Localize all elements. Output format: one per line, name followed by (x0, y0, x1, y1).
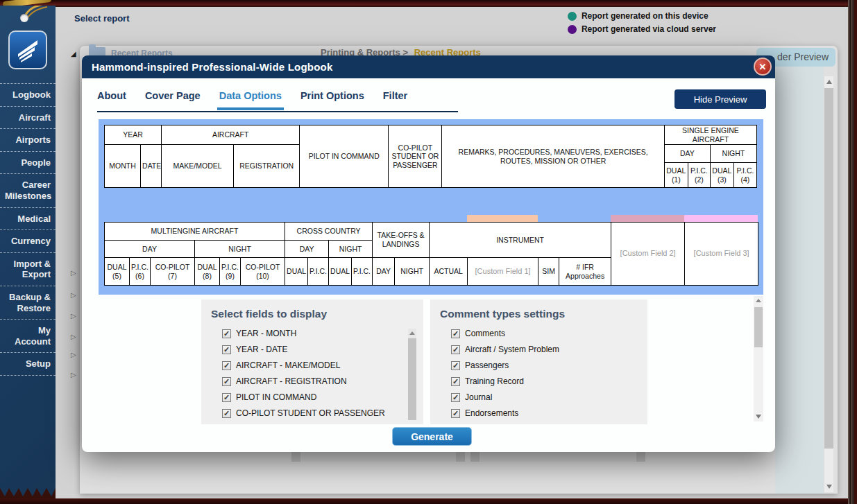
cell-multiengine: MULTIENGINE AIRCRAFT (105, 223, 285, 241)
cell-copilot: CO-PILOT STUDENT OR PASSENGER (389, 125, 442, 188)
hide-preview-button[interactable]: Hide Preview (674, 89, 766, 109)
page-scrollbar[interactable] (824, 76, 833, 492)
page-title: Select report (74, 13, 129, 24)
checkbox[interactable]: ✓ (451, 393, 460, 402)
cell-dual-5: DUAL (5) (105, 258, 130, 286)
book-page-edge (848, 0, 857, 504)
tree-expander-icon[interactable]: ▷ (71, 333, 76, 340)
cell-pic-9: P.I.C. (9) (220, 258, 241, 286)
tab-print-options[interactable]: Print Options (300, 90, 364, 110)
cell-pic-6: P.I.C. (6) (130, 258, 151, 286)
checkbox[interactable]: ✓ (222, 393, 231, 402)
comment-row-passengers: ✓ Passengers (451, 360, 647, 370)
fields-scrollbar-thumb[interactable] (408, 338, 416, 420)
bookmark-hole (20, 14, 28, 22)
cell-se-day: DAY (664, 145, 710, 163)
checkbox[interactable]: ✓ (451, 329, 460, 338)
fields-panel-scrollbar[interactable] (408, 329, 416, 420)
cell-cc-night: NIGHT (329, 241, 373, 258)
dialog-title: Hammond-inspired Professional-Wide Logbo… (92, 61, 332, 73)
checkbox[interactable]: ✓ (451, 377, 460, 386)
dialog-tabs: About Cover Page Data Options Print Opti… (97, 90, 407, 110)
app-logo[interactable] (8, 31, 47, 69)
report-legend: Report generated on this device Report g… (568, 11, 716, 37)
scroll-up-icon[interactable] (756, 299, 761, 302)
scroll-up-icon[interactable] (409, 331, 415, 335)
sidebar-item-people[interactable]: People (0, 152, 56, 175)
tab-about[interactable]: About (97, 90, 126, 110)
checkbox[interactable]: ✓ (222, 409, 231, 418)
side-preview-area (775, 67, 824, 494)
dialog-content-scrollbar[interactable] (754, 296, 763, 422)
comment-row-system-problem: ✓ Aircraft / System Problem (451, 345, 647, 354)
cell-year: YEAR (105, 125, 162, 145)
cell-pic-4: P.I.C. (4) (733, 163, 756, 188)
tab-data-options[interactable]: Data Options (219, 90, 282, 110)
sidebar-item-medical[interactable]: Medical (0, 208, 56, 231)
cell-custom-field-2: [Custom Field 2] (611, 223, 685, 286)
close-button[interactable]: ✕ (754, 58, 772, 76)
cell-registration: REGISTRATION (234, 145, 300, 188)
cell-single-engine: SINGLE ENGINE AIRCRAFT (664, 125, 756, 145)
device-dot-icon (568, 12, 577, 21)
panel-collapse-icon[interactable]: ◢ (71, 50, 76, 58)
checkbox[interactable]: ✓ (222, 329, 231, 338)
sidebar-item-logbook[interactable]: Logbook (0, 84, 56, 107)
cell-cc-night-pic: P.I.C. (352, 258, 373, 286)
field-row-copilot: ✓ CO-PILOT STUDENT OR PASSENGER (222, 408, 423, 418)
checkbox[interactable]: ✓ (222, 377, 231, 386)
report-settings-dialog: Hammond-inspired Professional-Wide Logbo… (82, 55, 775, 452)
cell-cross-country: CROSS COUNTRY (285, 223, 373, 241)
checkbox[interactable]: ✓ (222, 345, 231, 354)
sidebar-item-my-account[interactable]: My Account (0, 320, 56, 353)
cell-me-day: DAY (105, 241, 195, 258)
comment-row-endorsements: ✓ Endorsements (451, 408, 647, 418)
cell-copilot-7: CO-PILOT (7) (151, 258, 195, 286)
scroll-down-icon[interactable] (826, 485, 832, 489)
cell-actual: ACTUAL (430, 258, 468, 286)
sidebar-item-career-milestones[interactable]: Career Milestones (0, 174, 56, 207)
tree-expander-icon[interactable]: ▷ (71, 351, 76, 358)
tree-expander-icon[interactable]: ▷ (71, 312, 76, 320)
sidebar-item-aircraft[interactable]: Aircraft (0, 107, 56, 130)
tab-cover-page[interactable]: Cover Page (145, 90, 201, 110)
field-row-make-model: ✓ AIRCRAFT - MAKE/MODEL (222, 360, 423, 370)
legend-cloud: Report generated via cloud server (568, 24, 716, 34)
generate-button[interactable]: Generate (392, 427, 472, 446)
cell-ifr-approaches: # IFR Approaches (559, 258, 611, 286)
comment-row-journal: ✓ Journal (451, 392, 647, 402)
checkbox[interactable]: ✓ (451, 409, 460, 418)
cell-dual-1: DUAL (1) (664, 163, 688, 188)
tab-filter[interactable]: Filter (383, 90, 407, 110)
cell-takeoffs-landings: TAKE-OFFS & LANDINGS (373, 223, 430, 258)
tabs-underline (97, 111, 458, 112)
sidebar-item-setup[interactable]: Setup (0, 353, 56, 376)
field-row-pilot-in-command: ✓ PILOT IN COMMAND (222, 392, 423, 402)
tree-expander-icon[interactable]: ▷ (71, 269, 76, 277)
scroll-up-icon[interactable] (826, 80, 832, 84)
close-icon: ✕ (759, 62, 767, 72)
tree-expander-icon[interactable]: ▷ (71, 291, 76, 299)
cell-pilot-in-command: PILOT IN COMMAND (300, 125, 389, 188)
sidebar-item-backup-restore[interactable]: Backup & Restore (0, 286, 56, 320)
comment-row-comments: ✓ Comments (451, 329, 647, 338)
checkbox[interactable]: ✓ (451, 345, 460, 354)
checkbox[interactable]: ✓ (451, 361, 460, 370)
logbook-preview-panel: YEAR AIRCRAFT PILOT IN COMMAND CO-PILOT … (99, 119, 763, 295)
legend-device: Report generated on this device (568, 11, 716, 21)
scroll-down-icon[interactable] (756, 415, 761, 419)
cell-cc-day: DAY (285, 241, 329, 258)
sidebar-item-import-export[interactable]: Import & Export (0, 253, 56, 286)
comment-row-training-record: ✓ Training Record (451, 376, 647, 386)
sidebar-item-airports[interactable]: Airports (0, 129, 56, 152)
cell-cc-day-dual: DUAL (285, 258, 308, 286)
sidebar-item-currency[interactable]: Currency (0, 230, 56, 253)
page-scrollbar-thumb[interactable] (824, 88, 833, 449)
dialog-scrollbar-thumb[interactable] (754, 307, 763, 347)
cell-custom-field-1: [Custom Field 1] (468, 258, 538, 286)
comment-types-title: Comment types settings (440, 308, 647, 320)
cell-dual-8: DUAL (8) (195, 258, 220, 286)
checkbox[interactable]: ✓ (222, 361, 231, 370)
tree-expander-icon[interactable]: ▷ (71, 371, 76, 379)
cell-cc-day-pic: P.I.C. (308, 258, 329, 286)
